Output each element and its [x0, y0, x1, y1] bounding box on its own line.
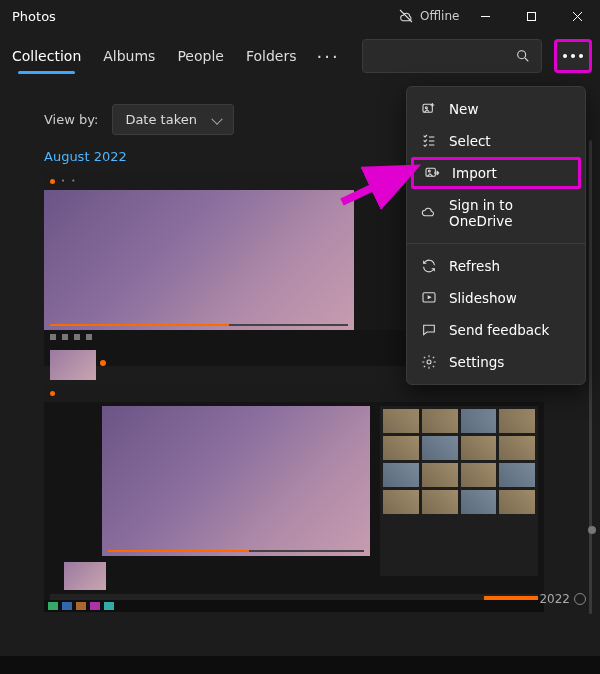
svg-rect-2	[527, 12, 535, 20]
tabs-overflow-button[interactable]: ···	[317, 46, 340, 67]
close-button[interactable]	[554, 0, 600, 32]
context-menu: New Select Import Sign in to OneDrive Re…	[406, 86, 586, 385]
refresh-icon	[421, 258, 437, 274]
photo-thumbnail[interactable]: ••	[44, 172, 462, 366]
menu-separator	[407, 243, 585, 244]
menu-item-signin-onedrive[interactable]: Sign in to OneDrive	[407, 189, 585, 237]
tab-collection[interactable]: Collection	[12, 48, 81, 64]
viewby-select[interactable]: Date taken	[112, 104, 234, 135]
maximize-button[interactable]	[508, 0, 554, 32]
photo-thumbnail[interactable]	[44, 384, 544, 612]
menu-item-select[interactable]: Select	[407, 125, 585, 157]
menu-item-label: Import	[452, 165, 497, 181]
menu-item-label: Slideshow	[449, 290, 517, 306]
menu-item-label: Refresh	[449, 258, 500, 274]
menu-item-label: New	[449, 101, 478, 117]
svg-rect-12	[426, 168, 435, 176]
menu-item-label: Sign in to OneDrive	[449, 197, 571, 229]
svg-point-5	[517, 51, 525, 59]
checklist-icon	[421, 133, 437, 149]
menu-item-new[interactable]: New	[407, 93, 585, 125]
menu-item-label: Select	[449, 133, 491, 149]
search-icon	[515, 48, 531, 64]
image-import-icon	[424, 165, 440, 181]
more-options-button[interactable]	[554, 39, 592, 73]
svg-point-13	[428, 170, 430, 172]
tab-albums[interactable]: Albums	[103, 48, 155, 64]
tab-people[interactable]: People	[177, 48, 224, 64]
search-input[interactable]	[362, 39, 542, 73]
chat-icon	[421, 322, 437, 338]
app-title: Photos	[12, 9, 56, 24]
image-plus-icon	[421, 101, 437, 117]
offline-label: Offline	[420, 9, 459, 23]
viewby-label: View by:	[44, 112, 98, 127]
window-controls	[462, 0, 600, 32]
svg-point-8	[425, 107, 427, 109]
minimize-button[interactable]	[462, 0, 508, 32]
play-square-icon	[421, 290, 437, 306]
menu-item-import[interactable]: Import	[411, 157, 581, 189]
footer-bar	[0, 656, 600, 674]
menu-item-slideshow[interactable]: Slideshow	[407, 282, 585, 314]
offline-indicator: Offline	[398, 8, 459, 24]
menu-item-label: Send feedback	[449, 322, 549, 338]
cloud-icon	[421, 205, 437, 221]
tab-folders[interactable]: Folders	[246, 48, 297, 64]
menu-item-feedback[interactable]: Send feedback	[407, 314, 585, 346]
gear-icon	[421, 354, 437, 370]
nav-tabs: Collection Albums People Folders ···	[0, 32, 600, 80]
svg-point-15	[427, 360, 431, 364]
title-bar: Photos Offline	[0, 0, 600, 32]
menu-item-label: Settings	[449, 354, 504, 370]
timeline-year-label: 2022	[539, 592, 586, 606]
ellipsis-icon	[563, 54, 583, 58]
chevron-circle-icon	[574, 593, 586, 605]
timeline-scrollbar[interactable]	[589, 140, 592, 614]
svg-line-6	[525, 58, 528, 61]
cloud-off-icon	[398, 8, 414, 24]
timeline-handle[interactable]	[588, 526, 596, 534]
menu-item-refresh[interactable]: Refresh	[407, 250, 585, 282]
menu-item-settings[interactable]: Settings	[407, 346, 585, 378]
